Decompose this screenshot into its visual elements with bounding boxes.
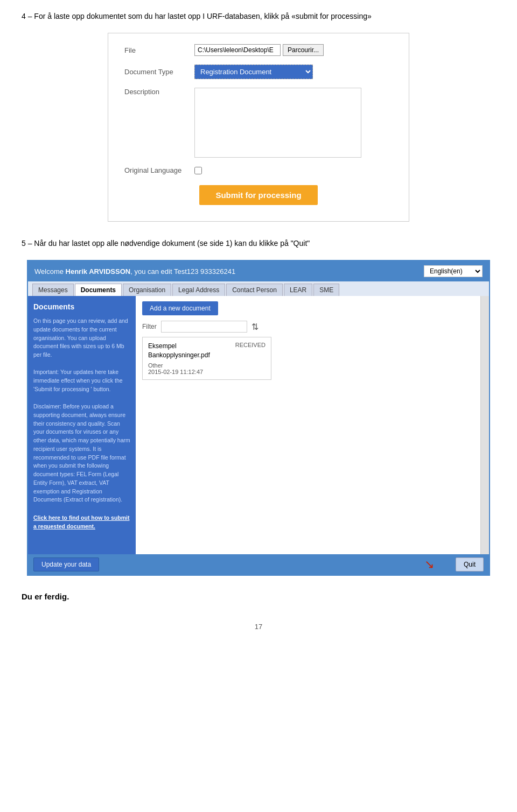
app-header-title: Welcome Henrik ARVIDSSON, you can edit T…: [34, 267, 235, 276]
description-textarea[interactable]: [194, 88, 361, 158]
final-text: Du er ferdig.: [22, 592, 495, 601]
main-content: Add a new document Filter ⇅ Eksempel Ban…: [136, 296, 480, 554]
app-body: Documents On this page you can review, a…: [28, 296, 489, 554]
doc-name: Eksempel Bankopplysninger.pdf: [148, 342, 230, 360]
tab-sme[interactable]: SME: [313, 284, 339, 296]
app-nav: Messages Documents Organisation Legal Ad…: [28, 281, 489, 296]
tab-lear[interactable]: LEAR: [284, 284, 312, 296]
doc-item-header: Eksempel Bankopplysninger.pdf RECEIVED: [148, 342, 266, 360]
filter-section: Filter ⇅: [142, 321, 474, 333]
description-label: Description: [124, 88, 194, 96]
doc-type-row: Document Type Registration Document: [124, 65, 393, 79]
file-label: File: [124, 46, 194, 54]
description-row: Description: [124, 88, 393, 158]
footer-right: ↘ Quit: [424, 557, 484, 571]
doc-date: 2015-02-19 11:12:47: [148, 369, 266, 375]
app-screenshot: Welcome Henrik ARVIDSSON, you can edit T…: [27, 260, 490, 576]
tab-legal-address[interactable]: Legal Address: [172, 284, 225, 296]
sidebar-para-1: On this page you can review, add and upd…: [33, 317, 130, 359]
filter-label: Filter: [142, 323, 157, 330]
tab-documents[interactable]: Documents: [75, 284, 122, 296]
sidebar-para-3: Disclaimer: Before you upload a supporti…: [33, 403, 130, 504]
language-select[interactable]: English(en): [424, 265, 483, 277]
document-type-select[interactable]: Registration Document: [194, 65, 313, 79]
doc-status: RECEIVED: [235, 342, 266, 348]
sidebar-para-2: Important: Your updates here take immedi…: [33, 368, 130, 393]
doc-type: Other: [148, 362, 266, 369]
tab-organisation[interactable]: Organisation: [123, 284, 171, 296]
quit-button[interactable]: Quit: [456, 557, 484, 571]
document-item: Eksempel Bankopplysninger.pdf RECEIVED O…: [142, 337, 271, 380]
sidebar-title: Documents: [33, 301, 130, 313]
arrow-indicator: ↘: [424, 557, 434, 571]
browse-button[interactable]: Parcourir...: [283, 44, 324, 56]
sidebar-link[interactable]: Click here to find out how to submit a r…: [33, 514, 130, 530]
file-path-input[interactable]: [194, 44, 281, 56]
sidebar: Documents On this page you can review, a…: [28, 296, 136, 554]
orig-lang-row: Original Language: [124, 166, 393, 174]
tab-contact-person[interactable]: Contact Person: [226, 284, 283, 296]
add-new-document-button[interactable]: Add a new document: [142, 301, 218, 315]
app-header: Welcome Henrik ARVIDSSON, you can edit T…: [28, 261, 489, 281]
orig-lang-label: Original Language: [124, 166, 194, 174]
doc-type-label: Document Type: [124, 68, 194, 76]
sort-icon[interactable]: ⇅: [251, 322, 258, 332]
submit-button-container: Submit for processing: [124, 185, 393, 205]
update-your-data-button[interactable]: Update your data: [33, 557, 99, 571]
file-row: File Parcourir...: [124, 44, 393, 56]
orig-lang-checkbox[interactable]: [194, 167, 202, 174]
submit-for-processing-button[interactable]: Submit for processing: [199, 185, 317, 205]
scrollbar[interactable]: [480, 296, 489, 554]
upload-form: File Parcourir... Document Type Registra…: [108, 33, 409, 222]
app-footer: Update your data ↘ Quit: [28, 554, 489, 575]
file-input-group: Parcourir...: [194, 44, 324, 56]
intro-text: 4 – For å laste opp dokumentet som du ha…: [22, 11, 495, 22]
filter-input[interactable]: [161, 321, 247, 333]
tab-messages[interactable]: Messages: [32, 284, 74, 296]
section-5-text: 5 – Når du har lastet opp alle nødvendig…: [22, 238, 495, 249]
page-number: 17: [22, 623, 495, 631]
main-area: Add a new document Filter ⇅ Eksempel Ban…: [136, 296, 489, 554]
